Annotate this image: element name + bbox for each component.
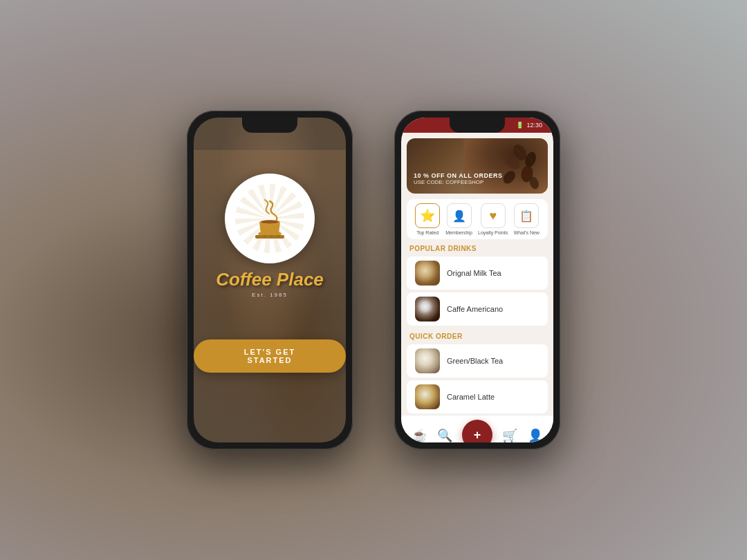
membership-label: Membership	[445, 230, 472, 235]
logo-est: Est. 1985	[216, 292, 324, 298]
promo-title: 10 % OFF ON ALL ORDERS	[414, 172, 503, 179]
green-tea-name: Green/Black Tea	[447, 357, 503, 365]
popular-drinks-header: POPULAR DRINKS	[401, 239, 553, 255]
green-tea-thumbnail	[415, 348, 440, 373]
logo-container: Coffee Place Est. 1985	[216, 174, 324, 298]
promo-text: 10 % OFF ON ALL ORDERS USE CODE: COFFEES…	[414, 172, 503, 185]
nav-membership[interactable]: 👤 Membership	[445, 203, 472, 235]
milk-tea-thumbnail	[415, 261, 440, 286]
nav-whats-new[interactable]: 📋 What's New	[514, 203, 540, 235]
svg-point-8	[501, 169, 517, 186]
nav-search[interactable]: 🔍	[437, 428, 452, 442]
drink-item-green-tea[interactable]: Green/Black Tea	[407, 344, 548, 377]
star-icon: ⭐	[420, 208, 435, 223]
phone2-screen: 🔋 12:30 10 %	[401, 118, 553, 442]
bottom-navigation: ☕ 🔍 + 🛒 👤	[401, 415, 553, 442]
get-started-button[interactable]: LET'S GET STARTED	[194, 339, 346, 373]
promo-code: USE CODE: COFFEESHOP	[414, 179, 503, 185]
membership-icon-box: 👤	[447, 203, 472, 228]
logo-text: Coffee Place Est. 1985	[216, 269, 324, 298]
nav-order-now[interactable]: +	[462, 420, 492, 442]
americano-name: Caffe Americano	[447, 305, 503, 313]
status-time: 12:30	[526, 122, 542, 129]
nav-profile[interactable]: 👤	[528, 428, 543, 442]
nav-cart[interactable]: 🛒	[502, 428, 517, 442]
quick-order-header: QUICK ORDER	[401, 327, 553, 343]
top-rated-label: Top Rated	[416, 230, 439, 235]
membership-icon: 👤	[452, 209, 466, 223]
americano-thumbnail	[415, 297, 440, 321]
whats-new-label: What's New	[514, 230, 540, 235]
phone1-screen: Coffee Place Est. 1985 LET'S GET STARTED	[194, 118, 346, 442]
calendar-icon: 📋	[519, 209, 533, 223]
phone1-notch	[242, 118, 297, 133]
nav-home[interactable]: ☕	[412, 428, 427, 442]
search-icon: 🔍	[437, 428, 452, 442]
battery-icon: 🔋	[516, 122, 524, 129]
logo-rays	[235, 184, 304, 253]
logo-title: Coffee Place	[216, 269, 324, 290]
loyalty-icon-box: ♥	[481, 203, 506, 228]
latte-name: Caramel Latte	[447, 393, 495, 401]
drink-item-milk-tea[interactable]: Orignal Milk Tea	[407, 256, 548, 290]
logo-title-coffee: Coffee	[216, 269, 271, 290]
order-now-button[interactable]: +	[462, 420, 492, 442]
whats-new-icon-box: 📋	[514, 203, 539, 228]
coffee-cup-icon: ☕	[412, 428, 427, 442]
nav-icons-row: ⭐ Top Rated 👤 Membership ♥ Loyalty Point…	[407, 199, 548, 239]
promo-background	[407, 138, 548, 194]
profile-icon: 👤	[528, 428, 543, 442]
logo-inner	[232, 180, 308, 256]
splash-screen: Coffee Place Est. 1985 LET'S GET STARTED	[194, 118, 346, 442]
logo-title-place: Place	[277, 269, 324, 290]
phone1-frame: Coffee Place Est. 1985 LET'S GET STARTED	[187, 111, 353, 449]
phone2-notch	[450, 118, 505, 133]
cart-icon: 🛒	[502, 428, 517, 442]
promo-banner[interactable]: 10 % OFF ON ALL ORDERS USE CODE: COFFEES…	[407, 138, 548, 194]
drink-item-latte[interactable]: Caramel Latte	[407, 380, 548, 413]
top-rated-icon-box: ⭐	[415, 203, 440, 228]
drink-item-americano[interactable]: Caffe Americano	[407, 292, 548, 326]
heart-icon: ♥	[489, 209, 497, 223]
plus-icon: +	[474, 428, 481, 442]
nav-top-rated[interactable]: ⭐ Top Rated	[415, 203, 440, 235]
phone2-frame: 🔋 12:30 10 %	[394, 111, 560, 449]
logo-circle	[225, 174, 315, 263]
milk-tea-name: Orignal Milk Tea	[447, 269, 501, 277]
latte-thumbnail	[415, 384, 440, 409]
nav-loyalty[interactable]: ♥ Loyalty Points	[478, 203, 508, 235]
loyalty-label: Loyalty Points	[478, 230, 508, 235]
